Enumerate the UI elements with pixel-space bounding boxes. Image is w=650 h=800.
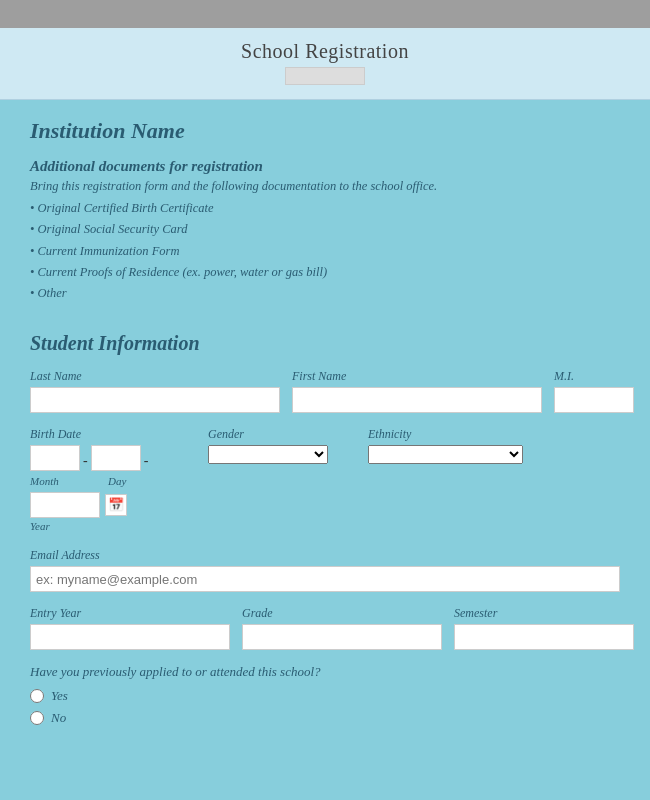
sep1: - bbox=[80, 453, 91, 469]
mi-input[interactable] bbox=[554, 387, 634, 413]
email-input[interactable] bbox=[30, 566, 620, 592]
last-name-group: Last Name bbox=[30, 369, 280, 413]
birth-date-inputs: 09 - 06 - bbox=[30, 445, 168, 471]
top-bar bbox=[0, 0, 650, 28]
list-item: Current Proofs of Residence (ex. power, … bbox=[30, 262, 620, 283]
semester-group: Semester bbox=[454, 606, 634, 650]
year-sublabel: Year bbox=[30, 520, 168, 532]
header-image bbox=[285, 67, 365, 85]
sep2: - bbox=[141, 453, 152, 469]
page-title: School Registration bbox=[0, 40, 650, 63]
email-row: Email Address bbox=[30, 548, 620, 592]
yes-radio-row: Yes bbox=[30, 688, 620, 704]
ethnicity-select[interactable]: Hispanic Non-Hispanic bbox=[368, 445, 523, 464]
first-name-group: First Name bbox=[292, 369, 542, 413]
day-sublabel: Day bbox=[108, 475, 168, 487]
docs-list: Original Certified Birth Certificate Ori… bbox=[30, 198, 620, 304]
first-name-input[interactable] bbox=[292, 387, 542, 413]
entry-year-label: Entry Year bbox=[30, 606, 230, 621]
ethnicity-section: Ethnicity Hispanic Non-Hispanic bbox=[368, 427, 523, 464]
semester-input[interactable] bbox=[454, 624, 634, 650]
header: School Registration bbox=[0, 28, 650, 100]
main-content: Institution Name Additional documents fo… bbox=[0, 100, 650, 762]
birth-date-label: Birth Date bbox=[30, 427, 168, 442]
list-item: Original Social Security Card bbox=[30, 219, 620, 240]
name-row: Last Name First Name M.I. bbox=[30, 369, 620, 413]
gender-section: Gender Male Female Other bbox=[208, 427, 328, 464]
birth-day-input[interactable]: 06 bbox=[91, 445, 141, 471]
last-name-label: Last Name bbox=[30, 369, 280, 384]
grade-input[interactable] bbox=[242, 624, 442, 650]
section-title: Student Information bbox=[30, 332, 620, 355]
grade-group: Grade bbox=[242, 606, 442, 650]
institution-name: Institution Name bbox=[30, 118, 620, 144]
gender-label: Gender bbox=[208, 427, 328, 442]
no-label: No bbox=[51, 710, 66, 726]
docs-heading: Additional documents for registration bbox=[30, 158, 620, 175]
docs-description: Bring this registration form and the fol… bbox=[30, 179, 620, 194]
no-radio[interactable] bbox=[30, 711, 44, 725]
mi-label: M.I. bbox=[554, 369, 634, 384]
list-item: Original Certified Birth Certificate bbox=[30, 198, 620, 219]
birth-section: Birth Date 09 - 06 - Month Day 2019 📅 Ye… bbox=[30, 427, 168, 532]
grade-label: Grade bbox=[242, 606, 442, 621]
birth-year-input[interactable]: 2019 bbox=[30, 492, 100, 518]
entry-year-group: Entry Year bbox=[30, 606, 230, 650]
semester-label: Semester bbox=[454, 606, 634, 621]
last-name-input[interactable] bbox=[30, 387, 280, 413]
yes-label: Yes bbox=[51, 688, 68, 704]
month-sublabel: Month bbox=[30, 475, 90, 487]
email-label: Email Address bbox=[30, 548, 620, 563]
birth-sublabels: Month Day bbox=[30, 475, 168, 487]
calendar-icon[interactable]: 📅 bbox=[105, 494, 127, 516]
no-radio-row: No bbox=[30, 710, 620, 726]
birth-month-input[interactable]: 09 bbox=[30, 445, 80, 471]
yes-radio[interactable] bbox=[30, 689, 44, 703]
list-item: Other bbox=[30, 283, 620, 304]
mi-group: M.I. bbox=[554, 369, 634, 413]
year-row: 2019 📅 bbox=[30, 492, 168, 518]
list-item: Current Immunization Form bbox=[30, 241, 620, 262]
question-label: Have you previously applied to or attend… bbox=[30, 664, 620, 680]
first-name-label: First Name bbox=[292, 369, 542, 384]
entry-year-input[interactable] bbox=[30, 624, 230, 650]
gender-select[interactable]: Male Female Other bbox=[208, 445, 328, 464]
additional-docs: Additional documents for registration Br… bbox=[30, 158, 620, 304]
entry-grade-semester-row: Entry Year Grade Semester bbox=[30, 606, 620, 650]
ethnicity-label: Ethnicity bbox=[368, 427, 523, 442]
birth-gender-ethnicity-row: Birth Date 09 - 06 - Month Day 2019 📅 Ye… bbox=[30, 427, 620, 532]
